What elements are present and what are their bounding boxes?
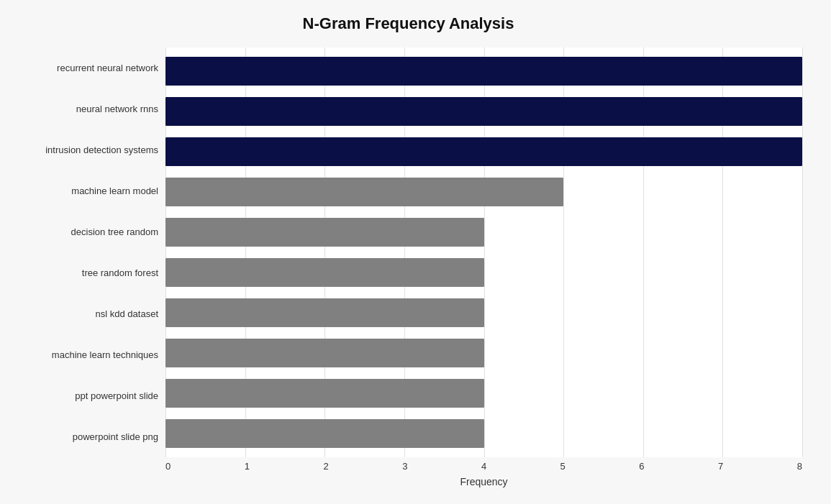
x-tick: 8 <box>797 461 802 472</box>
y-label: decision tree random <box>14 211 158 252</box>
bar-row <box>165 134 802 169</box>
y-label: machine learn techniques <box>14 334 158 375</box>
x-tick: 4 <box>481 461 486 472</box>
x-tick: 0 <box>165 461 171 472</box>
y-label: neural network rnns <box>14 88 158 129</box>
bar <box>165 298 484 327</box>
bar <box>165 339 484 367</box>
bar-row <box>165 295 802 330</box>
bar <box>165 178 563 206</box>
bar-row <box>165 175 802 209</box>
x-axis-label: Frequency <box>165 476 802 487</box>
x-tick: 2 <box>323 461 328 472</box>
x-tick: 7 <box>718 461 723 472</box>
y-label: powerpoint slide png <box>14 416 158 457</box>
y-labels: recurrent neural networkneural network r… <box>14 47 165 457</box>
x-tick: 3 <box>402 461 407 472</box>
chart-title: N-Gram Frequency Analysis <box>14 14 802 33</box>
chart-container: N-Gram Frequency Analysis recurrent neur… <box>0 0 831 504</box>
bar-row <box>165 54 802 88</box>
bar <box>165 218 484 247</box>
bars-section: recurrent neural networkneural network r… <box>14 47 802 457</box>
bar-row <box>165 215 802 249</box>
bar-row <box>165 336 802 370</box>
bars-and-grid <box>165 47 802 457</box>
bar-row <box>165 416 802 451</box>
y-label: machine learn model <box>14 170 158 211</box>
bar-row <box>165 255 802 290</box>
grid-line <box>802 47 803 457</box>
x-tick: 1 <box>245 461 250 472</box>
y-label: intrusion detection systems <box>14 129 158 170</box>
y-label: nsl kdd dataset <box>14 293 158 334</box>
bar-row <box>165 94 802 129</box>
x-tick: 6 <box>639 461 644 472</box>
x-ticks: 012345678 <box>165 457 802 473</box>
y-label: tree random forest <box>14 252 158 293</box>
bar <box>165 379 484 408</box>
x-axis: 012345678 Frequency <box>165 457 802 487</box>
bar <box>165 258 484 287</box>
bar <box>165 137 802 166</box>
bar-row <box>165 376 802 411</box>
bar <box>165 419 484 448</box>
bar <box>165 57 802 86</box>
chart-area: recurrent neural networkneural network r… <box>14 47 802 436</box>
x-tick: 5 <box>560 461 566 472</box>
y-label: ppt powerpoint slide <box>14 375 158 416</box>
bar <box>165 97 802 126</box>
y-label: recurrent neural network <box>14 47 158 88</box>
